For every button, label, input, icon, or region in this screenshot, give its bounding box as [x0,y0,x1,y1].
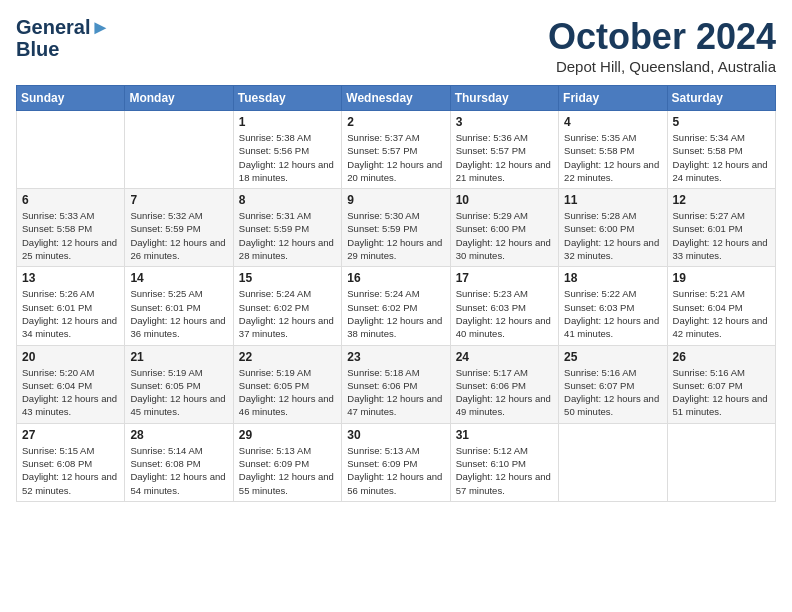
calendar-cell: 4Sunrise: 5:35 AMSunset: 5:58 PMDaylight… [559,111,667,189]
calendar-cell [17,111,125,189]
day-info: Sunrise: 5:15 AMSunset: 6:08 PMDaylight:… [22,444,119,497]
day-number: 28 [130,428,227,442]
day-info: Sunrise: 5:26 AMSunset: 6:01 PMDaylight:… [22,287,119,340]
day-number: 25 [564,350,661,364]
day-info: Sunrise: 5:30 AMSunset: 5:59 PMDaylight:… [347,209,444,262]
weekday-header: Wednesday [342,86,450,111]
calendar-cell: 5Sunrise: 5:34 AMSunset: 5:58 PMDaylight… [667,111,775,189]
calendar-cell: 8Sunrise: 5:31 AMSunset: 5:59 PMDaylight… [233,189,341,267]
calendar-cell: 11Sunrise: 5:28 AMSunset: 6:00 PMDayligh… [559,189,667,267]
day-number: 31 [456,428,553,442]
calendar-cell: 16Sunrise: 5:24 AMSunset: 6:02 PMDayligh… [342,267,450,345]
calendar-cell: 19Sunrise: 5:21 AMSunset: 6:04 PMDayligh… [667,267,775,345]
calendar-cell: 7Sunrise: 5:32 AMSunset: 5:59 PMDaylight… [125,189,233,267]
day-info: Sunrise: 5:35 AMSunset: 5:58 PMDaylight:… [564,131,661,184]
day-number: 13 [22,271,119,285]
weekday-header: Thursday [450,86,558,111]
day-info: Sunrise: 5:16 AMSunset: 6:07 PMDaylight:… [673,366,770,419]
month-title: October 2024 [548,16,776,58]
day-number: 15 [239,271,336,285]
day-number: 12 [673,193,770,207]
calendar-cell: 18Sunrise: 5:22 AMSunset: 6:03 PMDayligh… [559,267,667,345]
day-number: 30 [347,428,444,442]
day-number: 4 [564,115,661,129]
weekday-header: Sunday [17,86,125,111]
day-number: 1 [239,115,336,129]
calendar-table: SundayMondayTuesdayWednesdayThursdayFrid… [16,85,776,502]
calendar-cell: 31Sunrise: 5:12 AMSunset: 6:10 PMDayligh… [450,423,558,501]
day-info: Sunrise: 5:14 AMSunset: 6:08 PMDaylight:… [130,444,227,497]
calendar-cell: 12Sunrise: 5:27 AMSunset: 6:01 PMDayligh… [667,189,775,267]
calendar-cell: 17Sunrise: 5:23 AMSunset: 6:03 PMDayligh… [450,267,558,345]
weekday-header: Saturday [667,86,775,111]
calendar-cell: 10Sunrise: 5:29 AMSunset: 6:00 PMDayligh… [450,189,558,267]
day-number: 3 [456,115,553,129]
page-header: General►Blue October 2024 Depot Hill, Qu… [16,16,776,75]
calendar-cell: 14Sunrise: 5:25 AMSunset: 6:01 PMDayligh… [125,267,233,345]
day-number: 18 [564,271,661,285]
calendar-cell [559,423,667,501]
calendar-week-row: 13Sunrise: 5:26 AMSunset: 6:01 PMDayligh… [17,267,776,345]
calendar-week-row: 27Sunrise: 5:15 AMSunset: 6:08 PMDayligh… [17,423,776,501]
day-number: 10 [456,193,553,207]
day-number: 27 [22,428,119,442]
calendar-cell [125,111,233,189]
day-info: Sunrise: 5:38 AMSunset: 5:56 PMDaylight:… [239,131,336,184]
day-info: Sunrise: 5:12 AMSunset: 6:10 PMDaylight:… [456,444,553,497]
title-block: October 2024 Depot Hill, Queensland, Aus… [548,16,776,75]
day-number: 8 [239,193,336,207]
day-number: 20 [22,350,119,364]
day-info: Sunrise: 5:31 AMSunset: 5:59 PMDaylight:… [239,209,336,262]
day-info: Sunrise: 5:33 AMSunset: 5:58 PMDaylight:… [22,209,119,262]
calendar-cell: 30Sunrise: 5:13 AMSunset: 6:09 PMDayligh… [342,423,450,501]
day-info: Sunrise: 5:17 AMSunset: 6:06 PMDaylight:… [456,366,553,419]
calendar-cell: 20Sunrise: 5:20 AMSunset: 6:04 PMDayligh… [17,345,125,423]
calendar-cell: 15Sunrise: 5:24 AMSunset: 6:02 PMDayligh… [233,267,341,345]
day-info: Sunrise: 5:27 AMSunset: 6:01 PMDaylight:… [673,209,770,262]
day-number: 26 [673,350,770,364]
day-number: 21 [130,350,227,364]
day-number: 6 [22,193,119,207]
day-number: 2 [347,115,444,129]
day-number: 17 [456,271,553,285]
calendar-header-row: SundayMondayTuesdayWednesdayThursdayFrid… [17,86,776,111]
day-info: Sunrise: 5:13 AMSunset: 6:09 PMDaylight:… [347,444,444,497]
day-info: Sunrise: 5:34 AMSunset: 5:58 PMDaylight:… [673,131,770,184]
day-number: 29 [239,428,336,442]
logo-text: General►Blue [16,16,110,60]
day-number: 23 [347,350,444,364]
location-subtitle: Depot Hill, Queensland, Australia [548,58,776,75]
logo: General►Blue [16,16,110,60]
day-info: Sunrise: 5:37 AMSunset: 5:57 PMDaylight:… [347,131,444,184]
day-info: Sunrise: 5:24 AMSunset: 6:02 PMDaylight:… [347,287,444,340]
day-info: Sunrise: 5:16 AMSunset: 6:07 PMDaylight:… [564,366,661,419]
day-info: Sunrise: 5:21 AMSunset: 6:04 PMDaylight:… [673,287,770,340]
day-info: Sunrise: 5:25 AMSunset: 6:01 PMDaylight:… [130,287,227,340]
day-info: Sunrise: 5:19 AMSunset: 6:05 PMDaylight:… [130,366,227,419]
calendar-cell: 13Sunrise: 5:26 AMSunset: 6:01 PMDayligh… [17,267,125,345]
calendar-cell: 29Sunrise: 5:13 AMSunset: 6:09 PMDayligh… [233,423,341,501]
day-info: Sunrise: 5:19 AMSunset: 6:05 PMDaylight:… [239,366,336,419]
day-number: 5 [673,115,770,129]
day-info: Sunrise: 5:36 AMSunset: 5:57 PMDaylight:… [456,131,553,184]
day-info: Sunrise: 5:32 AMSunset: 5:59 PMDaylight:… [130,209,227,262]
day-number: 22 [239,350,336,364]
calendar-cell: 28Sunrise: 5:14 AMSunset: 6:08 PMDayligh… [125,423,233,501]
calendar-cell: 6Sunrise: 5:33 AMSunset: 5:58 PMDaylight… [17,189,125,267]
weekday-header: Monday [125,86,233,111]
day-info: Sunrise: 5:23 AMSunset: 6:03 PMDaylight:… [456,287,553,340]
calendar-cell: 24Sunrise: 5:17 AMSunset: 6:06 PMDayligh… [450,345,558,423]
calendar-week-row: 6Sunrise: 5:33 AMSunset: 5:58 PMDaylight… [17,189,776,267]
day-number: 16 [347,271,444,285]
calendar-cell: 2Sunrise: 5:37 AMSunset: 5:57 PMDaylight… [342,111,450,189]
day-info: Sunrise: 5:29 AMSunset: 6:00 PMDaylight:… [456,209,553,262]
day-info: Sunrise: 5:20 AMSunset: 6:04 PMDaylight:… [22,366,119,419]
calendar-week-row: 1Sunrise: 5:38 AMSunset: 5:56 PMDaylight… [17,111,776,189]
calendar-cell: 21Sunrise: 5:19 AMSunset: 6:05 PMDayligh… [125,345,233,423]
day-info: Sunrise: 5:13 AMSunset: 6:09 PMDaylight:… [239,444,336,497]
calendar-cell: 22Sunrise: 5:19 AMSunset: 6:05 PMDayligh… [233,345,341,423]
calendar-cell: 3Sunrise: 5:36 AMSunset: 5:57 PMDaylight… [450,111,558,189]
weekday-header: Tuesday [233,86,341,111]
day-number: 9 [347,193,444,207]
calendar-cell: 9Sunrise: 5:30 AMSunset: 5:59 PMDaylight… [342,189,450,267]
